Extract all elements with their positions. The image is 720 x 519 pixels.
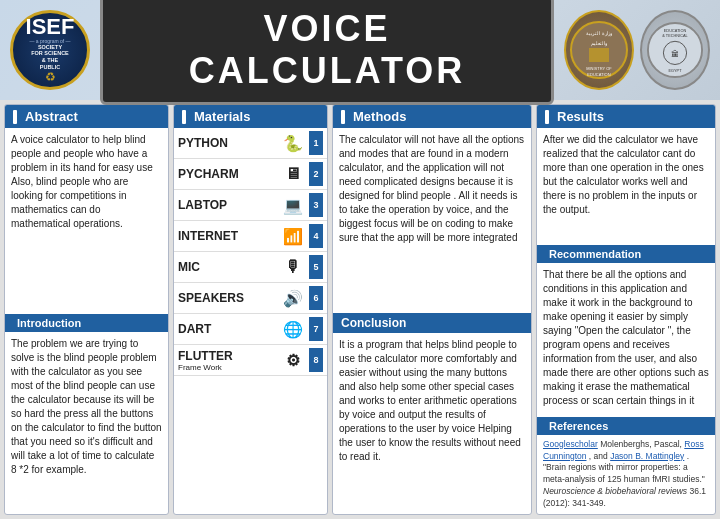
egypt-logo: وزارة التربية والتعليم MINISTRY OF EDUCA… — [564, 10, 634, 90]
materials-title: Materials — [194, 109, 250, 124]
list-item: PYTHON🐍1 — [174, 128, 327, 159]
methods-bar-icon — [341, 110, 345, 124]
right-logos: وزارة التربية والتعليم MINISTRY OF EDUCA… — [564, 10, 710, 90]
svg-text:🏛: 🏛 — [671, 49, 679, 59]
ref-link3[interactable]: Jason B. Mattingley — [610, 451, 684, 461]
ref-author1: Molenberghs, Pascal, — [600, 439, 684, 449]
materials-bar-icon — [182, 110, 186, 124]
svg-text:EDUCATION: EDUCATION — [587, 72, 610, 77]
material-label: MIC — [178, 260, 277, 274]
material-icon: 💻 — [277, 193, 309, 217]
material-icon: 🐍 — [277, 131, 309, 155]
svg-text:EDUCATION: EDUCATION — [664, 29, 687, 33]
methods-column: Methods The calculator will not have all… — [332, 104, 532, 515]
methods-header: Methods — [333, 105, 531, 128]
material-icon: 🔊 — [277, 286, 309, 310]
isef-symbol: ♻ — [45, 70, 56, 84]
material-icon: 🌐 — [277, 317, 309, 341]
abstract-header: Abstract — [5, 105, 168, 128]
ref-connector: , and — [589, 451, 610, 461]
material-label: PYCHARM — [178, 167, 277, 181]
conclusion-text: It is a program that helps blind people … — [339, 338, 525, 464]
methods-text: The calculator will not have all the opt… — [339, 133, 525, 245]
materials-column: Materials PYTHON🐍1PYCHARM🖥2LABTOP💻3INTER… — [173, 104, 328, 515]
references-text: Googlescholar Molenberghs, Pascal, Ross … — [543, 439, 709, 510]
svg-text:والتعليم: والتعليم — [591, 40, 608, 47]
material-label: SPEAKERS — [178, 291, 277, 305]
material-number: 2 — [309, 162, 323, 186]
results-title: Results — [557, 109, 604, 124]
material-number: 1 — [309, 131, 323, 155]
material-number: 7 — [309, 317, 323, 341]
isef-title: ISEF — [26, 16, 75, 38]
conclusion-title: Conclusion — [341, 316, 406, 330]
material-number: 5 — [309, 255, 323, 279]
introduction-text: The problem we are trying to solve is th… — [11, 337, 162, 477]
svg-rect-3 — [589, 48, 609, 62]
introduction-body: The problem we are trying to solve is th… — [5, 332, 168, 514]
list-item: PYCHARM🖥2 — [174, 159, 327, 190]
isef-logo: ISEF — a program of — SOCIETYFOR SCIENCE… — [10, 10, 90, 90]
abstract-column: Abstract A voice calculator to help blin… — [4, 104, 169, 515]
results-column: Results After we did the calculator we h… — [536, 104, 716, 515]
material-label: PYTHON — [178, 136, 277, 150]
material-number: 8 — [309, 348, 323, 372]
abstract-body: A voice calculator to help blind people … — [5, 128, 168, 310]
title-box: VOICE CALCULATOR — [100, 0, 554, 105]
material-label: INTERNET — [178, 229, 277, 243]
main-content: Abstract A voice calculator to help blin… — [0, 100, 720, 519]
bar-icon — [13, 110, 17, 124]
references-title: References — [549, 420, 608, 432]
material-label: LABTOP — [178, 198, 277, 212]
svg-text:& TECHNICAL: & TECHNICAL — [662, 34, 688, 38]
svg-text:EGYPT: EGYPT — [668, 69, 682, 73]
page-header: ISEF — a program of — SOCIETYFOR SCIENCE… — [0, 0, 720, 100]
material-number: 4 — [309, 224, 323, 248]
list-item: MIC🎙5 — [174, 252, 327, 283]
list-item: DART🌐7 — [174, 314, 327, 345]
methods-body: The calculator will not have all the opt… — [333, 128, 531, 310]
references-header: References — [537, 417, 715, 435]
material-label: DART — [178, 322, 277, 336]
material-icon: 📶 — [277, 224, 309, 248]
education-logo: EDUCATION & TECHNICAL 🏛 EGYPT — [640, 10, 710, 90]
list-item: SPEAKERS🔊6 — [174, 283, 327, 314]
methods-title: Methods — [353, 109, 406, 124]
material-number: 6 — [309, 286, 323, 310]
material-icon: 🎙 — [277, 255, 309, 279]
results-body: After we did the calculator we have real… — [537, 128, 715, 241]
svg-text:MINISTRY OF: MINISTRY OF — [586, 66, 612, 71]
list-item: FLUTTERFrame Work⚙8 — [174, 345, 327, 376]
isef-org: SOCIETYFOR SCIENCE& THEPUBLIC — [31, 44, 69, 70]
recommendation-title: Recommendation — [549, 248, 641, 260]
results-text: After we did the calculator we have real… — [543, 133, 709, 217]
materials-header: Materials — [174, 105, 327, 128]
list-item: LABTOP💻3 — [174, 190, 327, 221]
recommendation-text: That there be all the options and condit… — [543, 268, 709, 408]
conclusion-body: It is a program that helps blind people … — [333, 333, 531, 515]
materials-list: PYTHON🐍1PYCHARM🖥2LABTOP💻3INTERNET📶4MIC🎙5… — [174, 128, 327, 376]
results-bar-icon — [545, 110, 549, 124]
recommendation-body: That there be all the options and condit… — [537, 263, 715, 413]
conclusion-header: Conclusion — [333, 313, 531, 333]
abstract-text: A voice calculator to help blind people … — [11, 133, 162, 231]
list-item: INTERNET📶4 — [174, 221, 327, 252]
material-number: 3 — [309, 193, 323, 217]
results-header: Results — [537, 105, 715, 128]
abstract-title: Abstract — [25, 109, 78, 124]
references-body: Googlescholar Molenberghs, Pascal, Ross … — [537, 435, 715, 514]
svg-text:وزارة التربية: وزارة التربية — [586, 30, 612, 37]
ref-link1[interactable]: Googlescholar — [543, 439, 598, 449]
introduction-header: Introduction — [5, 314, 168, 332]
material-label: FLUTTERFrame Work — [178, 349, 277, 372]
page-title: VOICE CALCULATOR — [123, 8, 531, 92]
introduction-title: Introduction — [17, 317, 81, 329]
material-icon: 🖥 — [277, 162, 309, 186]
material-icon: ⚙ — [277, 348, 309, 372]
recommendation-header: Recommendation — [537, 245, 715, 263]
